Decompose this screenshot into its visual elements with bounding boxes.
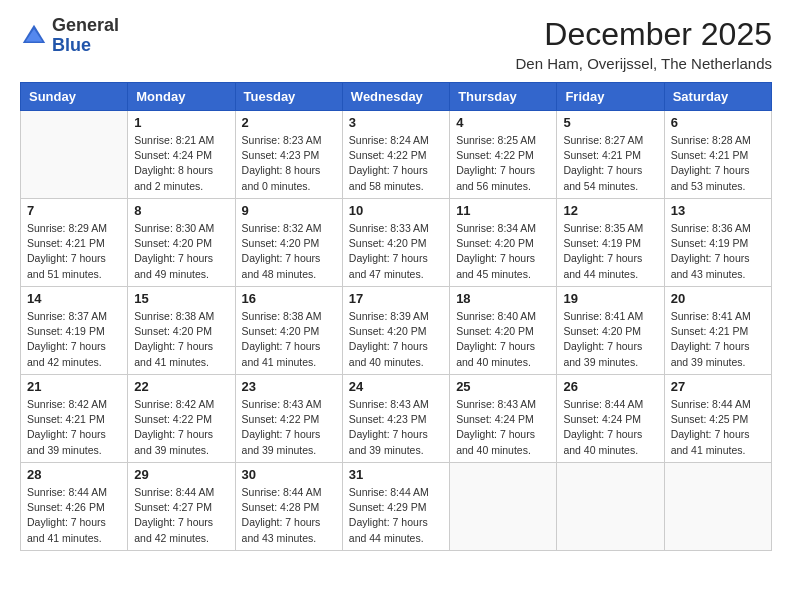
day-number: 26	[563, 379, 657, 394]
day-info: Sunrise: 8:23 AM Sunset: 4:23 PM Dayligh…	[242, 133, 336, 194]
week-row-2: 7Sunrise: 8:29 AM Sunset: 4:21 PM Daylig…	[21, 199, 772, 287]
calendar-cell: 17Sunrise: 8:39 AM Sunset: 4:20 PM Dayli…	[342, 287, 449, 375]
day-info: Sunrise: 8:38 AM Sunset: 4:20 PM Dayligh…	[242, 309, 336, 370]
calendar-cell: 24Sunrise: 8:43 AM Sunset: 4:23 PM Dayli…	[342, 375, 449, 463]
calendar-cell: 18Sunrise: 8:40 AM Sunset: 4:20 PM Dayli…	[450, 287, 557, 375]
day-info: Sunrise: 8:44 AM Sunset: 4:27 PM Dayligh…	[134, 485, 228, 546]
calendar-cell: 25Sunrise: 8:43 AM Sunset: 4:24 PM Dayli…	[450, 375, 557, 463]
calendar-cell	[450, 463, 557, 551]
calendar-cell: 9Sunrise: 8:32 AM Sunset: 4:20 PM Daylig…	[235, 199, 342, 287]
month-title: December 2025	[516, 16, 773, 53]
calendar-cell: 21Sunrise: 8:42 AM Sunset: 4:21 PM Dayli…	[21, 375, 128, 463]
day-header-wednesday: Wednesday	[342, 83, 449, 111]
calendar-cell	[664, 463, 771, 551]
day-info: Sunrise: 8:44 AM Sunset: 4:26 PM Dayligh…	[27, 485, 121, 546]
day-header-sunday: Sunday	[21, 83, 128, 111]
day-header-thursday: Thursday	[450, 83, 557, 111]
day-info: Sunrise: 8:40 AM Sunset: 4:20 PM Dayligh…	[456, 309, 550, 370]
day-number: 28	[27, 467, 121, 482]
day-number: 12	[563, 203, 657, 218]
day-info: Sunrise: 8:35 AM Sunset: 4:19 PM Dayligh…	[563, 221, 657, 282]
calendar-cell: 4Sunrise: 8:25 AM Sunset: 4:22 PM Daylig…	[450, 111, 557, 199]
calendar-cell: 11Sunrise: 8:34 AM Sunset: 4:20 PM Dayli…	[450, 199, 557, 287]
day-number: 20	[671, 291, 765, 306]
day-number: 8	[134, 203, 228, 218]
day-number: 14	[27, 291, 121, 306]
day-info: Sunrise: 8:25 AM Sunset: 4:22 PM Dayligh…	[456, 133, 550, 194]
day-number: 31	[349, 467, 443, 482]
calendar-cell: 2Sunrise: 8:23 AM Sunset: 4:23 PM Daylig…	[235, 111, 342, 199]
day-number: 22	[134, 379, 228, 394]
day-info: Sunrise: 8:21 AM Sunset: 4:24 PM Dayligh…	[134, 133, 228, 194]
week-row-5: 28Sunrise: 8:44 AM Sunset: 4:26 PM Dayli…	[21, 463, 772, 551]
day-header-saturday: Saturday	[664, 83, 771, 111]
day-info: Sunrise: 8:44 AM Sunset: 4:24 PM Dayligh…	[563, 397, 657, 458]
day-number: 9	[242, 203, 336, 218]
day-number: 6	[671, 115, 765, 130]
day-info: Sunrise: 8:44 AM Sunset: 4:29 PM Dayligh…	[349, 485, 443, 546]
calendar-cell: 16Sunrise: 8:38 AM Sunset: 4:20 PM Dayli…	[235, 287, 342, 375]
day-number: 24	[349, 379, 443, 394]
day-info: Sunrise: 8:37 AM Sunset: 4:19 PM Dayligh…	[27, 309, 121, 370]
day-number: 3	[349, 115, 443, 130]
title-block: December 2025 Den Ham, Overijssel, The N…	[516, 16, 773, 72]
day-number: 23	[242, 379, 336, 394]
day-number: 17	[349, 291, 443, 306]
calendar-cell: 27Sunrise: 8:44 AM Sunset: 4:25 PM Dayli…	[664, 375, 771, 463]
calendar-cell: 8Sunrise: 8:30 AM Sunset: 4:20 PM Daylig…	[128, 199, 235, 287]
calendar-cell: 10Sunrise: 8:33 AM Sunset: 4:20 PM Dayli…	[342, 199, 449, 287]
day-number: 5	[563, 115, 657, 130]
day-info: Sunrise: 8:42 AM Sunset: 4:22 PM Dayligh…	[134, 397, 228, 458]
logo-icon	[20, 22, 48, 50]
day-info: Sunrise: 8:43 AM Sunset: 4:24 PM Dayligh…	[456, 397, 550, 458]
calendar-cell: 22Sunrise: 8:42 AM Sunset: 4:22 PM Dayli…	[128, 375, 235, 463]
day-number: 10	[349, 203, 443, 218]
calendar-cell: 23Sunrise: 8:43 AM Sunset: 4:22 PM Dayli…	[235, 375, 342, 463]
location-title: Den Ham, Overijssel, The Netherlands	[516, 55, 773, 72]
day-number: 1	[134, 115, 228, 130]
day-info: Sunrise: 8:36 AM Sunset: 4:19 PM Dayligh…	[671, 221, 765, 282]
week-row-3: 14Sunrise: 8:37 AM Sunset: 4:19 PM Dayli…	[21, 287, 772, 375]
day-header-friday: Friday	[557, 83, 664, 111]
calendar-cell	[557, 463, 664, 551]
day-info: Sunrise: 8:41 AM Sunset: 4:20 PM Dayligh…	[563, 309, 657, 370]
day-number: 11	[456, 203, 550, 218]
week-row-1: 1Sunrise: 8:21 AM Sunset: 4:24 PM Daylig…	[21, 111, 772, 199]
day-info: Sunrise: 8:24 AM Sunset: 4:22 PM Dayligh…	[349, 133, 443, 194]
day-header-tuesday: Tuesday	[235, 83, 342, 111]
day-number: 18	[456, 291, 550, 306]
day-info: Sunrise: 8:44 AM Sunset: 4:25 PM Dayligh…	[671, 397, 765, 458]
calendar-cell	[21, 111, 128, 199]
day-info: Sunrise: 8:33 AM Sunset: 4:20 PM Dayligh…	[349, 221, 443, 282]
day-number: 19	[563, 291, 657, 306]
day-info: Sunrise: 8:32 AM Sunset: 4:20 PM Dayligh…	[242, 221, 336, 282]
day-number: 2	[242, 115, 336, 130]
page-header: General Blue December 2025 Den Ham, Over…	[20, 16, 772, 72]
day-number: 4	[456, 115, 550, 130]
calendar-cell: 7Sunrise: 8:29 AM Sunset: 4:21 PM Daylig…	[21, 199, 128, 287]
calendar-cell: 28Sunrise: 8:44 AM Sunset: 4:26 PM Dayli…	[21, 463, 128, 551]
day-info: Sunrise: 8:42 AM Sunset: 4:21 PM Dayligh…	[27, 397, 121, 458]
calendar-cell: 20Sunrise: 8:41 AM Sunset: 4:21 PM Dayli…	[664, 287, 771, 375]
day-info: Sunrise: 8:43 AM Sunset: 4:22 PM Dayligh…	[242, 397, 336, 458]
logo-text: General Blue	[52, 16, 119, 56]
day-info: Sunrise: 8:34 AM Sunset: 4:20 PM Dayligh…	[456, 221, 550, 282]
calendar-cell: 6Sunrise: 8:28 AM Sunset: 4:21 PM Daylig…	[664, 111, 771, 199]
day-number: 16	[242, 291, 336, 306]
day-info: Sunrise: 8:28 AM Sunset: 4:21 PM Dayligh…	[671, 133, 765, 194]
day-info: Sunrise: 8:41 AM Sunset: 4:21 PM Dayligh…	[671, 309, 765, 370]
calendar-cell: 30Sunrise: 8:44 AM Sunset: 4:28 PM Dayli…	[235, 463, 342, 551]
calendar-cell: 14Sunrise: 8:37 AM Sunset: 4:19 PM Dayli…	[21, 287, 128, 375]
day-number: 15	[134, 291, 228, 306]
calendar-cell: 26Sunrise: 8:44 AM Sunset: 4:24 PM Dayli…	[557, 375, 664, 463]
day-info: Sunrise: 8:27 AM Sunset: 4:21 PM Dayligh…	[563, 133, 657, 194]
day-number: 29	[134, 467, 228, 482]
day-info: Sunrise: 8:44 AM Sunset: 4:28 PM Dayligh…	[242, 485, 336, 546]
calendar-table: SundayMondayTuesdayWednesdayThursdayFrid…	[20, 82, 772, 551]
day-info: Sunrise: 8:29 AM Sunset: 4:21 PM Dayligh…	[27, 221, 121, 282]
day-number: 27	[671, 379, 765, 394]
calendar-cell: 3Sunrise: 8:24 AM Sunset: 4:22 PM Daylig…	[342, 111, 449, 199]
day-info: Sunrise: 8:38 AM Sunset: 4:20 PM Dayligh…	[134, 309, 228, 370]
day-number: 25	[456, 379, 550, 394]
day-info: Sunrise: 8:30 AM Sunset: 4:20 PM Dayligh…	[134, 221, 228, 282]
